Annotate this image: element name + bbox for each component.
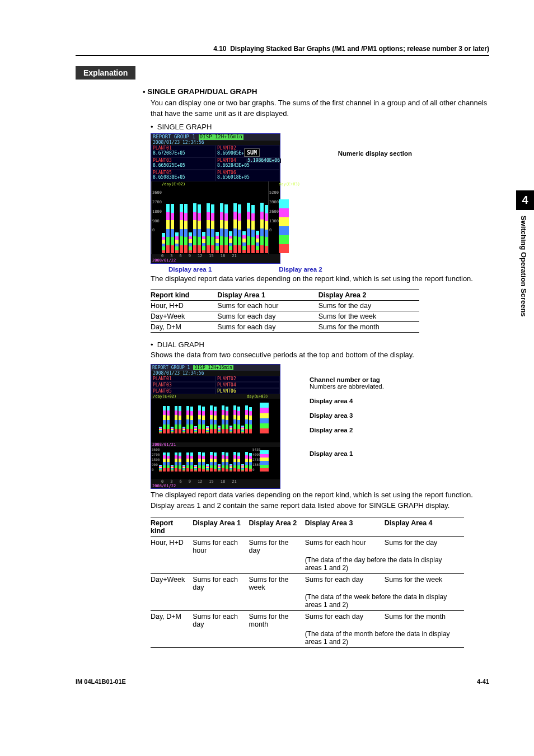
y2-ticks: 52003900260013000 (269, 188, 279, 235)
t1-h1: Report kind (151, 290, 217, 301)
single-graph-figure: REPORT GROUP 1 DISP 12H+16min 2008/01/23… (151, 133, 489, 273)
single-dual-title: SINGLE GRAPH/DUAL GRAPH (147, 87, 257, 96)
section-header: 4.10 Displaying Stacked Bar Graphs (/M1 … (76, 45, 489, 56)
single-dual-desc: You can display one or two bar graphs. T… (151, 98, 489, 119)
section-title: Displaying Stacked Bar Graphs (/M1 and /… (230, 45, 489, 53)
single-dual-heading: • SINGLE GRAPH/DUAL GRAPH (143, 87, 489, 96)
t2-h3: Display Area 2 (249, 517, 305, 536)
t1-h3: Display Area 2 (318, 290, 419, 301)
y1-ticks: 3600270018009000 (152, 188, 162, 235)
bars-area-2 (279, 187, 300, 253)
dual-y2-ticks: 54304090273013500 (252, 447, 260, 472)
dual-date-top: 2008/01/21 (151, 442, 280, 447)
recorder-screen-single: REPORT GROUP 1 DISP 12H+16min 2008/01/23… (151, 133, 280, 264)
numeric-section-callout: Numeric display section (338, 150, 412, 157)
page-footer: IM 04L41B01-01E 4-41 (0, 678, 534, 702)
section-number: 4.10 (213, 45, 226, 53)
sum-value: 5.198640E+06 (246, 158, 281, 164)
dual-y1-unit: /day(E+02) (153, 394, 247, 399)
single-graph-label: • SINGLE GRAPH (151, 123, 489, 131)
bars-area-1 (162, 187, 268, 253)
annot-area1: Display area 1 (310, 450, 384, 457)
dual-date-bot: 2008/01/22 (151, 484, 280, 488)
dual-bars-bottom-right (260, 448, 280, 472)
footer-left: IM 04L41B01-01E (76, 678, 126, 685)
bullet-icon: • (143, 87, 146, 96)
y2-unit: day(E+03) (279, 183, 300, 187)
dual-y2-unit: day(E+03) (247, 394, 278, 399)
dual-bars-bottom (159, 448, 252, 472)
fig-disp-mode: DISP 12H+16min (199, 134, 243, 140)
dual-bars-top (159, 400, 252, 433)
y1-unit: /day(E+02) (162, 183, 268, 187)
dual-graph-desc: Shows the data from two consecutive peri… (151, 350, 489, 361)
caption-display-area-2: Display area 2 (279, 266, 322, 273)
annot-channel: Channel number or tagNumbers are abbrevi… (310, 376, 384, 390)
fig-report-title: REPORT GROUP 1 (153, 134, 195, 140)
dual-disp-mode: DISP 12H+16min (193, 365, 233, 370)
caption-display-area-1: Display area 1 (168, 266, 212, 273)
dual-graph-figure: REPORT GROUP 1 DISP 12H+16min 2008/01/23… (151, 364, 489, 489)
dual-report-table: Report kind Display Area 1 Display Area … (151, 517, 464, 648)
dual-graph-label: • DUAL GRAPH (151, 340, 489, 349)
fig-timestamp: 2008/01/23 12:34:56 (151, 141, 280, 146)
sum-box: SUM (244, 148, 260, 157)
dual-bars-top-right (260, 400, 280, 433)
t2-h4: Display Area 3 (305, 517, 385, 536)
dual-x-ticks: 036912151821 (151, 479, 280, 484)
t2-h5: Display Area 4 (385, 517, 464, 536)
explanation-heading: Explanation (76, 66, 135, 80)
dual-after-text: The displayed report data varies dependi… (151, 490, 489, 511)
dual-channel-tags: PLANT01PLANT02PLANT03PLANT04PLANT05PLANT… (151, 376, 280, 394)
footer-right: 4-41 (477, 678, 489, 685)
single-after-text: The displayed report data varies dependi… (151, 274, 489, 284)
dual-timestamp: 2008/01/23 12:34:56 (151, 371, 280, 376)
single-report-table: Report kind Display Area 1 Display Area … (151, 290, 419, 333)
dual-y1-ticks: 3600270018009000 (152, 447, 160, 472)
annot-area3: Display area 3 (310, 412, 384, 419)
recorder-screen-dual: REPORT GROUP 1 DISP 12H+16min 2008/01/23… (151, 364, 280, 489)
t2-h2: Display Area 1 (193, 517, 249, 536)
t2-h1: Report kind (151, 517, 193, 536)
annot-area2: Display area 2 (310, 427, 384, 433)
numeric-display-grid: PLANT018.672087E+05PLANT028.669005E+05PL… (151, 145, 280, 181)
x-axis-date: 2008/01/22 (151, 259, 280, 263)
t1-h2: Display Area 1 (217, 290, 318, 301)
dual-report-title: REPORT GROUP 1 (152, 365, 190, 370)
annot-area4: Display area 4 (310, 398, 384, 404)
